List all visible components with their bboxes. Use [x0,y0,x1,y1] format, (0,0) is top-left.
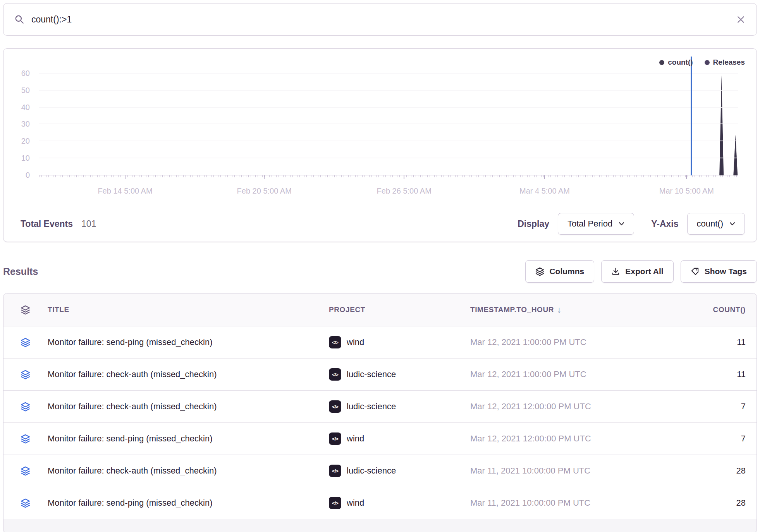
x-axis-tick-label: Feb 20 5:00 AM [237,187,292,196]
x-axis-tick [125,175,126,179]
project-platform-icon: </> [329,497,341,509]
yaxis-label: Y-Axis [651,219,678,229]
y-gridline [39,124,738,124]
timestamp-value: Mar 12, 2021 1:00:00 PM UTC [470,337,676,347]
count-value: 11 [684,369,746,379]
count-value: 11 [684,337,746,347]
legend-label-count: count() [668,58,693,67]
export-all-button[interactable]: Export All [601,260,673,283]
column-header-timestamp-label: TIMESTAMP.TO_HOUR [470,305,554,314]
timestamp-value: Mar 12, 2021 1:00:00 PM UTC [470,369,676,379]
event-title-link[interactable]: Monitor failure: send-ping (missed_check… [48,498,321,508]
x-axis-tick-label: Mar 10 5:00 AM [659,187,714,196]
total-events-value: 101 [81,219,96,229]
project-cell: </> wind [329,497,463,509]
table-header-row: TITLE PROJECT TIMESTAMP.TO_HOUR ↓ COUNT(… [3,293,757,326]
stack-icon[interactable] [21,370,40,379]
clear-search-button[interactable] [736,15,746,24]
legend-item-releases[interactable]: Releases [705,58,745,67]
stack-icon[interactable] [21,402,40,412]
display-label: Display [518,219,549,229]
y-gridline [39,158,738,158]
column-header-project[interactable]: PROJECT [329,305,463,314]
column-header-timestamp[interactable]: TIMESTAMP.TO_HOUR ↓ [470,305,676,315]
column-header-title[interactable]: TITLE [48,305,321,314]
timestamp-value: Mar 11, 2021 10:00:00 PM UTC [470,498,676,508]
timestamp-value: Mar 12, 2021 12:00:00 PM UTC [470,402,676,412]
results-heading: Results [3,266,38,277]
stack-icon[interactable] [21,498,40,508]
count-value: 7 [684,402,746,412]
yaxis-dropdown[interactable]: count() [687,213,745,235]
x-axis-tick-label: Feb 14 5:00 AM [98,187,152,196]
search-bar [3,3,757,36]
display-dropdown-value: Total Period [567,219,612,229]
project-name: wind [347,337,364,347]
columns-button[interactable]: Columns [525,260,594,283]
column-header-count-label: COUNT() [713,305,746,314]
close-icon [736,15,746,24]
release-marker-line[interactable] [691,57,692,175]
stack-icon[interactable] [21,338,40,347]
count-value: 28 [684,466,746,476]
column-header-title-label: TITLE [48,305,69,314]
stack-icon[interactable] [21,434,40,444]
table-footer-strip [3,519,757,532]
chart-legend: count() Releases [659,58,745,67]
y-axis-tick-label: 20 [6,136,30,146]
table-row: Monitor failure: check-auth (missed_chec… [3,359,757,391]
y-axis-tick-label: 40 [6,103,30,112]
project-platform-icon: </> [329,400,341,413]
layers-icon [535,267,544,276]
chart-plot-area[interactable]: 0102030405060Feb 14 5:00 AMFeb 20 5:00 A… [39,57,738,175]
column-header-count[interactable]: COUNT() [684,305,746,314]
chevron-down-icon [729,222,735,226]
project-name: ludic-science [347,466,396,476]
y-axis-tick-label: 60 [6,69,30,78]
x-axis-tick [544,175,545,179]
legend-label-releases: Releases [713,58,745,67]
search-icon [14,14,24,24]
event-title-link[interactable]: Monitor failure: check-auth (missed_chec… [48,369,321,379]
y-axis-tick-label: 30 [6,119,30,129]
legend-dot-count [659,60,664,65]
chart-footer: Total Events 101 Display Total Period Y-… [3,211,757,242]
total-events-label: Total Events [21,219,73,229]
search-input[interactable] [31,14,729,25]
results-bar: Results Columns Export All Show Tags [3,260,757,283]
results-table: TITLE PROJECT TIMESTAMP.TO_HOUR ↓ COUNT(… [3,293,757,532]
y-gridline [39,141,738,141]
table-row: Monitor failure: send-ping (missed_check… [3,423,757,455]
table-row: Monitor failure: send-ping (missed_check… [3,487,757,519]
events-chart-panel: count() Releases 0102030405060Feb 14 5:0… [3,48,757,242]
yaxis-dropdown-value: count() [697,219,723,229]
count-value: 28 [684,498,746,508]
event-title-link[interactable]: Monitor failure: send-ping (missed_check… [48,434,321,444]
tag-icon [691,267,700,276]
show-tags-button-label: Show Tags [705,267,747,276]
event-title-link[interactable]: Monitor failure: send-ping (missed_check… [48,337,321,347]
project-cell: </> ludic-science [329,368,463,381]
table-row: Monitor failure: check-auth (missed_chec… [3,455,757,487]
download-icon [611,267,620,276]
export-all-button-label: Export All [625,267,663,276]
legend-dot-releases [705,60,710,65]
columns-button-label: Columns [549,267,584,276]
show-tags-button[interactable]: Show Tags [681,260,757,283]
display-dropdown[interactable]: Total Period [558,213,634,235]
sort-descending-icon: ↓ [557,305,561,315]
y-axis-tick-label: 0 [6,170,30,180]
discover-page: count() Releases 0102030405060Feb 14 5:0… [0,0,760,532]
x-axis-tick [404,175,404,179]
stack-icon[interactable] [21,466,40,476]
legend-item-count[interactable]: count() [659,58,693,67]
x-axis-minor-ticks [39,175,738,177]
event-title-link[interactable]: Monitor failure: check-auth (missed_chec… [48,402,321,412]
layers-icon [21,305,40,315]
count-value: 7 [684,434,746,444]
x-axis-tick [264,175,265,179]
project-platform-icon: </> [329,368,341,381]
y-axis-tick-label: 50 [6,86,30,95]
timestamp-value: Mar 11, 2021 10:00:00 PM UTC [470,466,676,476]
event-title-link[interactable]: Monitor failure: check-auth (missed_chec… [48,466,321,476]
